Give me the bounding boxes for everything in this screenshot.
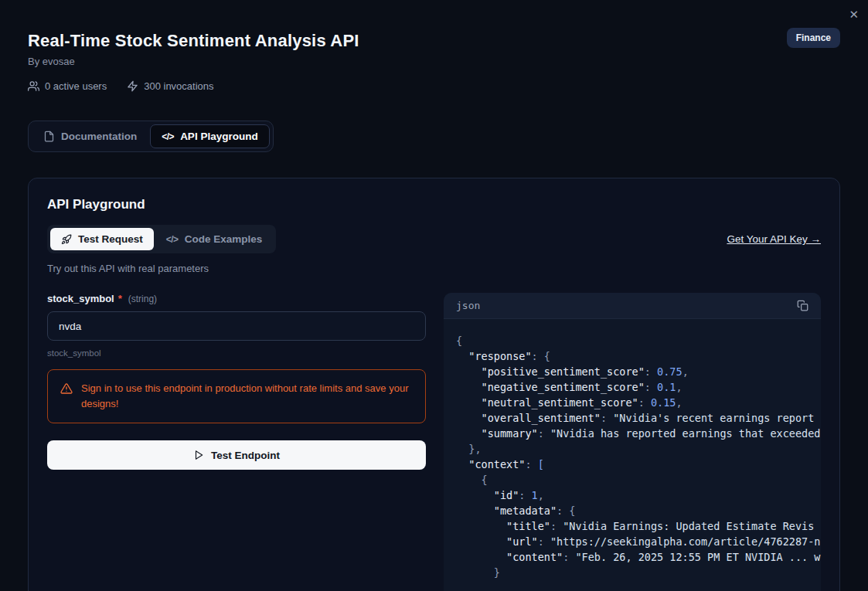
- signin-warning-text: Sign in to use this endpoint in producti…: [81, 381, 413, 412]
- category-badge: Finance: [787, 28, 840, 48]
- tab-code-examples-label: Code Examples: [185, 233, 263, 245]
- api-stats: 0 active users 300 invocations: [28, 80, 840, 92]
- tab-test-request-label: Test Request: [78, 233, 143, 245]
- copy-button[interactable]: [797, 300, 808, 311]
- playground-title: API Playground: [47, 197, 821, 212]
- main-tab-bar: Documentation </> API Playground: [28, 121, 274, 152]
- close-icon[interactable]: ✕: [849, 8, 859, 22]
- field-helper: stock_symbol: [47, 348, 426, 358]
- code-icon: </>: [166, 234, 179, 245]
- code-language-label: json: [456, 300, 480, 311]
- signin-warning: Sign in to use this endpoint in producti…: [47, 369, 426, 423]
- tab-api-playground[interactable]: </> API Playground: [150, 124, 269, 148]
- invocations-stat: 300 invocations: [127, 80, 213, 92]
- users-icon: [28, 80, 39, 92]
- tab-test-request[interactable]: Test Request: [50, 228, 154, 250]
- page-title: Real-Time Stock Sentiment Analysis API: [28, 31, 840, 51]
- tab-code-examples[interactable]: </> Code Examples: [155, 228, 273, 250]
- api-header: Real-Time Stock Sentiment Analysis API B…: [0, 0, 868, 92]
- playground-card: API Playground Test Request </> Code Exa…: [28, 178, 840, 591]
- playground-tab-bar: Test Request </> Code Examples: [47, 225, 276, 253]
- get-api-key-link[interactable]: Get Your API Key →: [727, 233, 821, 245]
- code-icon: </>: [162, 131, 174, 142]
- required-marker: *: [118, 293, 122, 304]
- bolt-icon: [127, 80, 138, 92]
- document-icon: [43, 131, 55, 142]
- tab-api-playground-label: API Playground: [180, 131, 258, 142]
- tab-documentation-label: Documentation: [61, 131, 137, 142]
- stock-symbol-input[interactable]: [47, 311, 426, 341]
- invocations-label: 300 invocations: [144, 80, 213, 92]
- playground-tabs-row: Test Request </> Code Examples Get Your …: [47, 225, 821, 253]
- code-panel-header: json: [444, 293, 821, 319]
- active-users-stat: 0 active users: [28, 80, 107, 92]
- field-label-row: stock_symbol * (string): [47, 293, 426, 304]
- code-body[interactable]: { "response": { "positive_sentiment_scor…: [444, 319, 821, 591]
- api-detail-page: ✕ Finance Real-Time Stock Sentiment Anal…: [0, 0, 868, 591]
- active-users-label: 0 active users: [45, 80, 107, 92]
- field-type: (string): [128, 294, 157, 304]
- warning-icon: [60, 382, 73, 395]
- test-endpoint-label: Test Endpoint: [211, 450, 280, 461]
- api-author: By evosae: [28, 56, 840, 67]
- playground-subtitle: Try out this API with real parameters: [47, 263, 821, 274]
- request-form: stock_symbol * (string) stock_symbol Sig…: [47, 293, 426, 591]
- test-endpoint-button[interactable]: Test Endpoint: [47, 440, 426, 470]
- playground-columns: stock_symbol * (string) stock_symbol Sig…: [47, 293, 821, 591]
- field-name: stock_symbol: [47, 293, 114, 304]
- tab-documentation[interactable]: Documentation: [32, 124, 148, 148]
- copy-icon: [797, 300, 808, 311]
- rocket-icon: [61, 234, 72, 245]
- play-icon: [193, 450, 204, 460]
- response-code-panel: json { "response": { "positive_sentiment…: [444, 293, 821, 591]
